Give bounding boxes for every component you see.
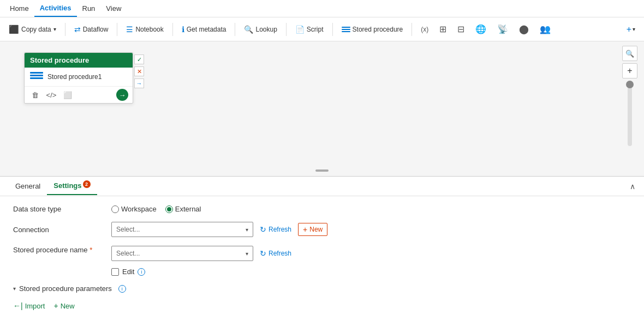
required-marker: * <box>90 246 92 254</box>
workspace-radio-outer <box>111 205 119 213</box>
tab-settings[interactable]: Settings2 <box>47 177 97 195</box>
connection-new-btn[interactable]: + New <box>298 223 327 236</box>
sp-indicator-success[interactable]: ✓ <box>134 54 144 64</box>
parameters-info-icon[interactable]: i <box>118 285 126 293</box>
toolbar-separator-5 <box>286 23 287 36</box>
lookup-label: Lookup <box>255 26 277 33</box>
refresh-icon: ↻ <box>260 225 266 234</box>
sp-refresh-icon: ↻ <box>260 249 266 258</box>
sp-body-icon <box>30 72 43 82</box>
bottom-panel: General Settings2 ∧ Data store type Work… <box>0 177 644 319</box>
new-plus-icon: + <box>303 225 307 234</box>
toolbar-icon-4[interactable]: 📡 <box>493 22 512 37</box>
new-small-label: New <box>61 302 75 310</box>
notebook-label: Notebook <box>135 26 163 33</box>
toolbar-stored-procedure[interactable]: Stored procedure <box>337 23 408 35</box>
settings-content: Data store type Workspace External <box>0 196 644 319</box>
radio-workspace[interactable]: Workspace <box>111 205 157 213</box>
lookup-icon: 🔍 <box>244 25 253 34</box>
stored-procedure-toolbar-label: Stored procedure <box>353 26 403 33</box>
sp-name-controls: Select... ▾ ↻ Refresh Edit i <box>111 246 631 276</box>
sp-name-refresh-btn[interactable]: ↻ Refresh <box>258 248 294 259</box>
external-radio-outer <box>165 205 173 213</box>
stored-procedure-card: Stored procedure Stored procedure1 🗑 </>… <box>24 52 133 104</box>
script-icon: 📄 <box>295 25 305 34</box>
sp-indicator-error[interactable]: ✕ <box>134 66 144 76</box>
team-icon: 👥 <box>540 24 551 34</box>
toolbar-notebook[interactable]: ☰ Notebook <box>122 23 168 36</box>
edit-checkbox-row: Edit i <box>111 268 145 276</box>
sp-side-indicators: ✓ ✕ → <box>134 54 144 88</box>
toolbar-dataflow[interactable]: ⇄ Dataflow <box>70 23 113 36</box>
copy-data-icon: ⬛ <box>9 25 19 34</box>
radio-external[interactable]: External <box>165 205 201 213</box>
parameters-label: Stored procedure parameters <box>19 284 112 293</box>
sp-card-body: Stored procedure1 <box>25 68 133 87</box>
nav-run[interactable]: Run <box>77 0 101 17</box>
sp-go-btn[interactable]: → <box>116 89 128 101</box>
edit-info-icon[interactable]: i <box>138 268 145 276</box>
toolbar-icon-1[interactable]: ⊞ <box>435 22 451 37</box>
icon-1: ⊞ <box>439 24 446 34</box>
connection-select[interactable]: Select... ▾ <box>111 222 253 237</box>
more-dropdown-icon: ▾ <box>633 26 635 32</box>
dataflow-icon: ⇄ <box>74 25 81 34</box>
sp-card-name: Stored procedure1 <box>47 73 127 81</box>
data-store-type-controls: Workspace External <box>111 205 631 213</box>
toolbar-script[interactable]: 📄 Script <box>291 23 328 36</box>
new-small-btn[interactable]: + New <box>53 301 74 310</box>
toolbar-lookup[interactable]: 🔍 Lookup <box>240 23 281 36</box>
sp-card-header: Stored procedure <box>25 53 133 68</box>
nav-activities[interactable]: Activities <box>34 0 77 17</box>
nav-home[interactable]: Home <box>4 0 34 17</box>
toolbar-icon-2[interactable]: ⊟ <box>453 22 469 37</box>
sp-indicator-forward[interactable]: → <box>134 78 144 88</box>
plus-icon: + <box>627 25 631 34</box>
sp-code-btn[interactable]: </> <box>45 89 57 101</box>
toolbar-icon-6[interactable]: 👥 <box>535 22 555 37</box>
toolbar-separator-2 <box>117 23 117 36</box>
edit-checkbox[interactable] <box>111 268 119 276</box>
nav-view[interactable]: View <box>100 0 127 17</box>
signal-icon: 📡 <box>497 24 508 34</box>
sp-copy-btn[interactable]: ⬜ <box>62 89 74 101</box>
refresh-label: Refresh <box>269 226 291 233</box>
toolbar-separator-7 <box>412 23 412 36</box>
sp-name-select-placeholder: Select... <box>116 250 140 257</box>
import-label: Import <box>25 302 45 310</box>
import-icon: ←| <box>13 301 23 310</box>
sp-parameters-section[interactable]: ▾ Stored procedure parameters i <box>13 284 631 293</box>
stored-procedure-name-row: Stored procedure name * Select... ▾ ↻ Re… <box>13 246 631 276</box>
expression-icon: (x) <box>421 26 428 33</box>
sp-delete-btn[interactable]: 🗑 <box>29 89 41 101</box>
sp-card-title: Stored procedure <box>30 56 89 64</box>
toolbar-get-metadata[interactable]: ℹ Get metadata <box>177 23 231 36</box>
stored-procedure-toolbar-icon <box>342 27 350 32</box>
tab-general[interactable]: General <box>9 178 47 195</box>
connection-controls: Select... ▾ ↻ Refresh + New <box>111 222 631 237</box>
data-store-radio-group: Workspace External <box>111 205 201 213</box>
sp-refresh-label: Refresh <box>269 250 291 257</box>
icon-2: ⊟ <box>457 24 464 34</box>
toolbar-more-btn[interactable]: + ▾ <box>622 22 640 37</box>
collapse-panel-btn[interactable]: ∧ <box>630 182 635 191</box>
canvas-zoom-plus-btn[interactable]: + <box>622 63 637 78</box>
connection-refresh-btn[interactable]: ↻ Refresh <box>258 224 294 235</box>
canvas-search-btn[interactable]: 🔍 <box>622 46 637 61</box>
copy-data-label: Copy data <box>21 26 51 33</box>
parameters-chevron-icon: ▾ <box>13 286 16 292</box>
zoom-thumb[interactable] <box>626 81 634 88</box>
top-navigation: Home Activities Run View <box>0 0 644 17</box>
tabs-row: General Settings2 ∧ <box>0 177 644 196</box>
toolbar-icon-5[interactable]: ⬤ <box>515 22 533 37</box>
toolbar-copy-data[interactable]: ⬛ Copy data ▾ <box>4 22 61 37</box>
zoom-track <box>628 81 632 146</box>
get-metadata-icon: ℹ <box>182 25 184 34</box>
toolbar-icon-3[interactable]: 🌐 <box>471 22 491 37</box>
toolbar-expression[interactable]: (x) <box>416 23 433 35</box>
sp-name-select[interactable]: Select... ▾ <box>111 246 253 261</box>
canvas-minimize-btn[interactable] <box>315 169 329 172</box>
sp-name-select-arrow-icon: ▾ <box>246 251 248 257</box>
import-btn[interactable]: ←| Import <box>13 301 45 310</box>
general-tab-label: General <box>15 182 40 190</box>
